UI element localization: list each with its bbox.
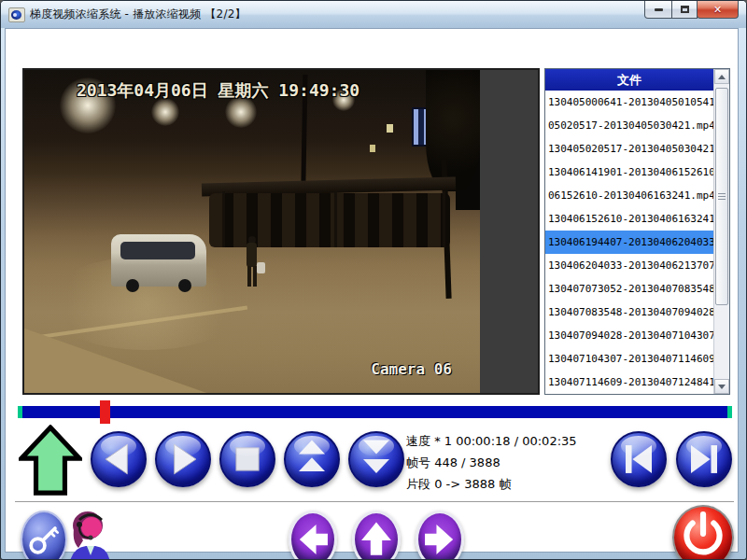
- file-list: 文件 130405000641-20130405010541.mp4.uve05…: [544, 68, 730, 395]
- segment-status: 片段 0 -> 3888 帧: [406, 473, 608, 495]
- frame-status: 帧号 448 / 3888: [406, 452, 608, 473]
- list-item[interactable]: 130406152610-20130406163241.mp4.uve: [545, 207, 713, 231]
- list-item[interactable]: 130406204033-20130406213707.mp4.uve: [545, 254, 713, 277]
- close-icon: ✕: [713, 5, 722, 15]
- video-letterbox: [480, 70, 538, 393]
- scene-tree-canopy: [426, 70, 480, 191]
- nav-left-button[interactable]: [289, 511, 337, 560]
- minimize-button[interactable]: [644, 1, 672, 19]
- login-key-button[interactable]: [21, 511, 67, 560]
- scene-lit-window: [387, 124, 393, 133]
- list-item[interactable]: 05020517-20130405030421.mp4.uve: [545, 114, 713, 137]
- list-item[interactable]: 130405000641-20130405010541.mp4.uve: [545, 91, 713, 114]
- jump-up-button[interactable]: [19, 425, 82, 494]
- app-icon: [8, 7, 25, 22]
- file-list-scrollbar[interactable]: [713, 69, 729, 394]
- list-item[interactable]: 130405020517-20130405030421.mp4.uve: [545, 137, 713, 161]
- green-up-arrow-icon: [19, 425, 82, 496]
- window-controls: ✕: [645, 1, 739, 19]
- list-item[interactable]: 130406194407-20130406204033.mp4.uve: [545, 231, 713, 254]
- playback-status: 速度 * 1 00:00:18 / 00:02:35 帧号 448 / 3888…: [406, 430, 608, 495]
- operator-icon: [65, 509, 114, 560]
- list-item[interactable]: 130407073052-20130407083548.mp4.uve: [545, 277, 713, 301]
- exit-power-button[interactable]: [672, 505, 734, 560]
- seek-bar[interactable]: [18, 406, 732, 418]
- list-item[interactable]: 130407094028-20130407104307.mp4.uve: [545, 324, 713, 347]
- seek-start-cap: [18, 406, 22, 418]
- speed-status: 速度 * 1 00:00:18 / 00:02:35: [406, 430, 608, 452]
- scene-shelter-leg: [334, 191, 337, 247]
- seek-end-cap: [727, 406, 732, 418]
- stop-button[interactable]: [219, 431, 275, 487]
- list-item[interactable]: 130406141901-20130406152610.mp4.uve: [545, 161, 713, 184]
- maximize-icon: [681, 6, 689, 13]
- scene-shelter-leg: [222, 191, 225, 247]
- operator-button[interactable]: [65, 509, 114, 560]
- double-down-icon: [350, 433, 402, 485]
- scrollbar-thumb[interactable]: [715, 88, 728, 305]
- video-timestamp-overlay: 2013年04月06日 星期六 19:49:30: [77, 79, 359, 102]
- title-bar[interactable]: 梯度视频浓缩系统 - 播放浓缩视频 【2/2】 ✕: [1, 1, 746, 28]
- video-panel: 2013年04月06日 星期六 19:49:30 Camera 06: [22, 68, 540, 395]
- scroll-down-button[interactable]: [714, 379, 729, 394]
- client-area: 2013年04月06日 星期六 19:49:30 Camera 06 文件 13…: [5, 28, 739, 553]
- skip-to-end-button[interactable]: [676, 431, 732, 487]
- camera-label-overlay: Camera 06: [371, 360, 452, 378]
- seek-marker[interactable]: [100, 400, 110, 424]
- window-title: 梯度视频浓缩系统 - 播放浓缩视频 【2/2】: [30, 7, 740, 22]
- close-button[interactable]: ✕: [697, 1, 739, 19]
- scene-lit-window: [370, 145, 375, 152]
- toolbar-separator: [15, 501, 734, 502]
- left-arrow-icon: [291, 513, 334, 560]
- speed-up-button[interactable]: [284, 431, 340, 487]
- scene-parked-van: [111, 234, 206, 292]
- right-arrow-icon: [418, 513, 461, 560]
- double-up-icon: [286, 433, 338, 485]
- back-arrow-icon: [92, 433, 145, 485]
- video-frame: 2013年04月06日 星期六 19:49:30 Camera 06: [24, 70, 480, 393]
- scene-lamp-glow: [151, 98, 179, 126]
- power-icon: [674, 507, 732, 560]
- list-item[interactable]: 130407114609-20130407124841.mp4.uve: [545, 371, 713, 394]
- list-item[interactable]: 06152610-20130406163241.mp4.uve: [545, 184, 713, 207]
- app-window: 梯度视频浓缩系统 - 播放浓缩视频 【2/2】 ✕: [0, 0, 747, 560]
- list-item[interactable]: 130407083548-20130407094028.mp4.uve: [545, 301, 713, 324]
- list-item[interactable]: 130407104307-20130407114609.mp4.uve: [545, 347, 713, 371]
- scene-pedestrian: [245, 236, 267, 290]
- nav-up-button[interactable]: [352, 511, 401, 560]
- play-icon: [157, 433, 209, 485]
- up-arrow-icon: [355, 513, 398, 560]
- minimize-icon: [655, 8, 663, 11]
- scene-shelter-leg: [443, 191, 445, 247]
- file-list-rows: 130405000641-20130405010541.mp4.uve05020…: [545, 91, 713, 394]
- skip-end-icon: [678, 433, 730, 485]
- skip-to-start-button[interactable]: [611, 431, 667, 487]
- skip-start-icon: [613, 433, 665, 485]
- key-icon: [22, 512, 65, 560]
- step-back-button[interactable]: [91, 431, 147, 487]
- nav-right-button[interactable]: [416, 511, 464, 560]
- scroll-up-button[interactable]: [714, 69, 729, 84]
- scroll-down-icon: [718, 385, 726, 389]
- scroll-up-icon: [718, 75, 726, 79]
- maximize-button[interactable]: [671, 1, 698, 19]
- stop-icon: [221, 433, 274, 485]
- play-button[interactable]: [155, 431, 211, 487]
- file-list-header: 文件: [545, 69, 713, 91]
- speed-down-button[interactable]: [348, 431, 404, 487]
